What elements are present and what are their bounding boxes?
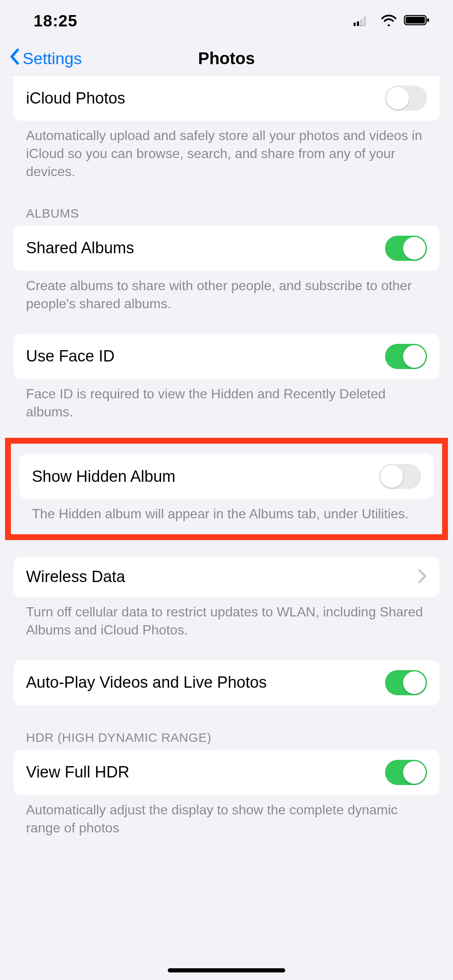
icloud-photos-toggle[interactable]: [385, 86, 427, 111]
autoplay-toggle[interactable]: [385, 670, 427, 695]
chevron-left-icon: [9, 48, 20, 69]
shared-albums-footer: Create albums to share with other people…: [13, 271, 440, 313]
shared-albums-toggle[interactable]: [385, 236, 427, 261]
view-full-hdr-toggle[interactable]: [385, 760, 427, 785]
autoplay-label: Auto-Play Videos and Live Photos: [26, 673, 267, 691]
use-face-id-footer: Face ID is required to view the Hidden a…: [13, 379, 440, 421]
svg-rect-1: [357, 21, 359, 26]
status-bar: 18:25: [0, 0, 453, 42]
shared-albums-label: Shared Albums: [26, 239, 134, 257]
svg-point-8: [363, 26, 364, 26]
wifi-icon: [380, 14, 397, 28]
use-face-id-label: Use Face ID: [26, 347, 115, 365]
status-right: [354, 14, 430, 28]
icloud-photos-label: iCloud Photos: [26, 89, 125, 107]
wireless-data-footer: Turn off cellular data to restrict updat…: [13, 597, 440, 639]
wireless-data-label: Wireless Data: [26, 568, 125, 586]
hdr-section-header: HDR (HIGH DYNAMIC RANGE): [13, 705, 440, 750]
svg-rect-11: [427, 18, 429, 22]
highlight-box: Show Hidden Album The Hidden album will …: [5, 438, 448, 540]
view-full-hdr-row[interactable]: View Full HDR: [13, 750, 440, 795]
chevron-right-icon: [418, 569, 427, 585]
view-full-hdr-footer: Automatically adjust the display to show…: [13, 795, 440, 837]
svg-rect-2: [360, 19, 362, 26]
show-hidden-album-toggle[interactable]: [379, 464, 421, 489]
show-hidden-album-label: Show Hidden Album: [32, 468, 175, 486]
shared-albums-row[interactable]: Shared Albums: [13, 226, 440, 271]
show-hidden-album-footer: The Hidden album will appear in the Albu…: [19, 499, 434, 525]
autoplay-row[interactable]: Auto-Play Videos and Live Photos: [13, 660, 440, 705]
svg-rect-3: [364, 17, 366, 26]
back-button[interactable]: Settings: [9, 48, 82, 69]
icloud-photos-footer: Automatically upload and safely store al…: [13, 121, 440, 181]
albums-section-header: ALBUMS: [13, 181, 440, 226]
battery-icon: [404, 14, 430, 28]
home-indicator: [168, 968, 285, 972]
status-time: 18:25: [34, 12, 78, 30]
use-face-id-row[interactable]: Use Face ID: [13, 334, 440, 379]
nav-bar: Settings Photos: [0, 42, 453, 75]
show-hidden-album-row[interactable]: Show Hidden Album: [19, 454, 434, 499]
svg-rect-0: [354, 23, 356, 26]
cellular-icon: [354, 14, 374, 28]
view-full-hdr-label: View Full HDR: [26, 763, 129, 781]
svg-rect-10: [406, 17, 425, 23]
icloud-photos-row[interactable]: iCloud Photos: [13, 75, 440, 121]
use-face-id-toggle[interactable]: [385, 344, 427, 369]
wireless-data-row[interactable]: Wireless Data: [13, 557, 440, 597]
back-label: Settings: [23, 49, 82, 68]
